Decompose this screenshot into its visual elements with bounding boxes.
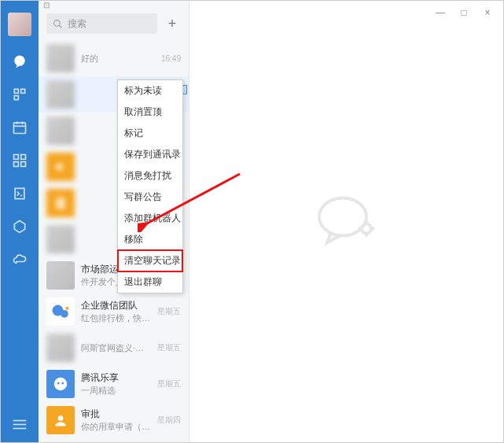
chat-avatar (46, 116, 75, 145)
chat-avatar (46, 406, 75, 434)
search-input[interactable]: 搜索 (46, 13, 157, 34)
context-menu-item[interactable]: 标记 (118, 123, 182, 144)
chat-avatar (46, 153, 75, 181)
context-menu-item[interactable]: 移除 (118, 229, 182, 250)
nav-cloud-icon[interactable] (12, 252, 28, 268)
user-avatar[interactable] (8, 13, 31, 36)
svg-rect-19 (57, 198, 64, 208)
chat-time: 星期五 (157, 342, 181, 353)
chat-time: 16:49 (161, 54, 181, 63)
svg-rect-2 (21, 89, 25, 93)
chat-avatar (46, 370, 75, 398)
svg-point-27 (57, 382, 60, 385)
chat-time: 星期四 (157, 415, 181, 426)
nav-docs-icon[interactable] (12, 186, 28, 201)
chat-avatar (46, 189, 75, 217)
svg-point-26 (54, 378, 68, 391)
chat-avatar (46, 44, 75, 72)
svg-point-31 (362, 223, 371, 233)
left-sidebar (1, 1, 39, 442)
chat-title: 企业微信团队 (81, 299, 151, 312)
context-menu-item[interactable]: 标为未读 (118, 80, 182, 102)
context-menu: 标为未读取消置顶标记保存到通讯录消息免打扰写群公告添加群机器人移除清空聊天记录退… (117, 79, 183, 293)
nav-apps-icon[interactable] (12, 153, 28, 168)
svg-rect-11 (21, 162, 26, 167)
empty-state-logo-icon (311, 189, 382, 254)
svg-point-24 (61, 310, 68, 318)
context-menu-item[interactable]: 退出群聊 (118, 271, 182, 293)
chat-time: 星期五 (157, 306, 181, 317)
chat-preview: 好的 (81, 53, 155, 65)
chat-preview: 阿斯官网盗义·先12:1… (81, 342, 151, 354)
svg-rect-21 (58, 201, 64, 202)
svg-rect-9 (21, 155, 26, 160)
titlebar: — □ × (189, 1, 503, 24)
context-menu-item[interactable]: 清空聊天记录 (118, 250, 182, 271)
nav-chat-icon[interactable] (12, 54, 28, 69)
new-chat-button[interactable]: + (164, 15, 181, 32)
context-menu-item[interactable]: 写群公告 (118, 186, 182, 208)
nav-contacts-icon[interactable] (12, 87, 28, 102)
maximize-button[interactable]: □ (454, 5, 473, 20)
context-menu-item[interactable]: 添加群机器人 (118, 208, 182, 229)
search-icon (53, 19, 63, 29)
search-placeholder: 搜索 (68, 17, 86, 31)
chat-avatar (46, 261, 75, 290)
svg-rect-20 (58, 200, 64, 201)
svg-rect-8 (14, 155, 19, 160)
chat-preview: 你的用章申请（不外… (81, 421, 151, 433)
context-menu-item[interactable]: 保存到通讯录 (118, 144, 182, 165)
minimize-button[interactable]: — (431, 5, 450, 20)
chat-item[interactable]: 审批你的用章申请（不外…星期四 (39, 402, 189, 438)
chat-title: 审批 (81, 408, 151, 421)
chat-list-column: ⊡ 搜索 + 好的16:49 15:24 21分钟前 15:24 09:14 星… (39, 1, 189, 442)
chat-preview: 一周精选 (81, 385, 151, 397)
close-button[interactable]: × (478, 5, 497, 20)
hamburger-menu-icon[interactable] (12, 419, 28, 431)
svg-marker-13 (14, 221, 24, 233)
chat-avatar (46, 80, 75, 109)
svg-point-17 (54, 20, 61, 26)
svg-line-18 (59, 25, 61, 28)
svg-point-28 (61, 382, 64, 385)
chat-item[interactable]: 企业微信团队红包排行榜，快进入…星期五 (39, 293, 189, 330)
chat-preview: 红包排行榜，快进入… (81, 312, 151, 324)
context-menu-item[interactable]: 取消置顶 (118, 102, 182, 123)
svg-rect-1 (14, 89, 18, 93)
chat-time: 星期五 (157, 378, 181, 389)
nav-calendar-icon[interactable] (12, 120, 28, 135)
chat-avatar (46, 334, 75, 362)
svg-rect-10 (14, 162, 19, 167)
svg-point-29 (58, 415, 64, 421)
nav-hex-icon[interactable] (12, 219, 28, 234)
chat-item[interactable]: 腾讯乐享一周精选星期五 (39, 366, 189, 402)
window-dots-icon: ⊡ (43, 1, 51, 9)
chat-item[interactable]: 阿斯官网盗义·先12:1…星期五 (39, 330, 189, 366)
svg-rect-3 (14, 96, 18, 100)
chat-avatar (46, 297, 75, 326)
svg-point-25 (65, 307, 68, 310)
svg-point-0 (14, 56, 24, 66)
main-pane: — □ × (189, 1, 503, 442)
chat-title: 腾讯乐享 (81, 371, 151, 385)
context-menu-item[interactable]: 消息免打扰 (118, 165, 182, 186)
chat-item[interactable]: 好的16:49 (39, 40, 189, 76)
svg-rect-22 (58, 204, 61, 205)
chat-avatar (46, 225, 75, 253)
svg-rect-4 (14, 123, 26, 133)
